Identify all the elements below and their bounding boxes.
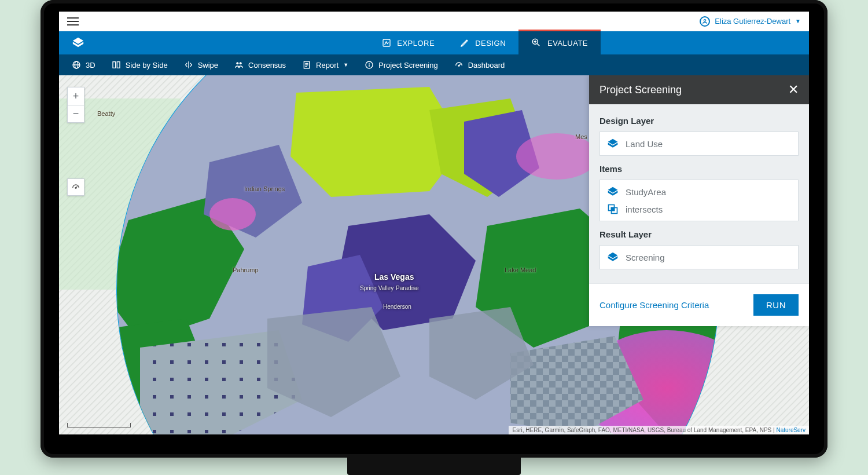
close-icon[interactable]: ✕: [788, 82, 799, 97]
gauge-icon: [71, 182, 80, 192]
tool-side-by-side[interactable]: Side by Side: [112, 60, 168, 70]
evaluate-icon: [531, 38, 542, 48]
item-intersects[interactable]: intersects: [607, 203, 791, 215]
design-layer-value: Land Use: [626, 139, 663, 149]
secondary-toolbar: 3D Side by Side Swipe Consensus Report ▼: [59, 54, 809, 75]
svg-rect-6: [117, 62, 120, 68]
menu-icon[interactable]: [67, 17, 79, 25]
svg-point-26: [516, 133, 597, 180]
tab-explore[interactable]: EXPLORE: [369, 31, 447, 54]
monitor-frame: Eliza Gutierrez-Dewart ▼ EXPLORE DESIGN: [41, 0, 827, 458]
tool-label: Swipe: [198, 61, 218, 70]
section-title-design-layer: Design Layer: [599, 116, 799, 126]
swipe-icon: [184, 60, 193, 70]
svg-rect-30: [612, 208, 615, 211]
tool-label: Dashboard: [468, 61, 505, 70]
layers-icon: [607, 251, 619, 263]
svg-point-27: [75, 187, 76, 188]
layers-icon: [607, 186, 619, 198]
attribution-link[interactable]: NatureServ: [776, 427, 806, 433]
svg-point-8: [240, 62, 242, 64]
panel-body: Design Layer Land Use Items StudyArea: [589, 104, 809, 326]
tab-label: EXPLORE: [397, 39, 435, 48]
chevron-down-icon: ▼: [795, 18, 801, 24]
monitor-stand: [347, 456, 521, 475]
tool-project-screening[interactable]: Project Screening: [365, 60, 438, 70]
svg-point-11: [458, 65, 459, 66]
report-icon: [302, 60, 311, 70]
tool-label: 3D: [86, 61, 95, 70]
tool-label: Report: [316, 61, 339, 70]
tool-swipe[interactable]: Swipe: [184, 60, 218, 70]
item-label: intersects: [626, 204, 663, 214]
tool-3d[interactable]: 3D: [72, 60, 95, 70]
tab-design[interactable]: DESIGN: [447, 31, 518, 54]
primary-tabs: EXPLORE DESIGN EVALUATE: [369, 31, 601, 54]
items-card: StudyArea intersects: [599, 180, 799, 221]
map-attribution: Esri, HERE, Garmin, SafeGraph, FAO, METI…: [509, 426, 809, 434]
tab-evaluate[interactable]: EVALUATE: [518, 30, 601, 54]
svg-point-0: [704, 19, 706, 21]
zoom-in-button[interactable]: +: [68, 87, 84, 105]
chevron-down-icon: ▼: [343, 62, 348, 68]
svg-point-7: [236, 62, 238, 64]
tool-label: Project Screening: [378, 61, 438, 70]
dashboard-icon: [454, 60, 464, 70]
result-layer-card: Screening: [599, 245, 799, 269]
design-layer-row[interactable]: Land Use: [607, 138, 791, 149]
user-avatar-icon: [700, 16, 710, 27]
primary-toolbar: EXPLORE DESIGN EVALUATE: [59, 31, 809, 54]
tool-report[interactable]: Report ▼: [302, 60, 348, 70]
svg-point-25: [209, 198, 256, 231]
consensus-icon: [234, 60, 244, 70]
map-viewport[interactable]: Beatty Indian Springs Pahrump Las Vegas …: [59, 75, 809, 434]
tab-label: EVALUATE: [547, 39, 588, 48]
svg-rect-5: [113, 62, 116, 68]
run-button[interactable]: RUN: [753, 294, 799, 316]
user-menu[interactable]: Eliza Gutierrez-Dewart ▼: [700, 16, 801, 27]
section-title-result-layer: Result Layer: [599, 229, 799, 239]
project-screening-panel: Project Screening ✕ Design Layer Land Us…: [589, 75, 809, 326]
layers-icon[interactable]: [72, 36, 84, 49]
result-layer-value: Screening: [626, 253, 665, 262]
scale-bar: [67, 423, 131, 427]
pencil-icon: [460, 38, 469, 48]
gauge-button[interactable]: [67, 178, 84, 196]
result-layer-row[interactable]: Screening: [607, 251, 791, 263]
configure-criteria-link[interactable]: Configure Screening Criteria: [599, 300, 709, 310]
intersect-icon: [607, 203, 619, 215]
split-icon: [112, 60, 121, 70]
zoom-control: + −: [67, 87, 84, 123]
globe-icon: [72, 60, 81, 70]
zoom-out-button[interactable]: −: [68, 105, 84, 122]
app-screen: Eliza Gutierrez-Dewart ▼ EXPLORE DESIGN: [59, 12, 809, 434]
layers-icon: [607, 138, 619, 149]
tool-dashboard[interactable]: Dashboard: [454, 60, 505, 70]
tool-label: Side by Side: [126, 61, 168, 70]
explore-icon: [382, 38, 391, 48]
tool-label: Consensus: [248, 61, 286, 70]
item-label: StudyArea: [626, 187, 666, 197]
info-icon: [365, 60, 374, 70]
design-layer-card: Land Use: [599, 131, 799, 156]
panel-footer: Configure Screening Criteria RUN: [589, 283, 809, 326]
user-name: Eliza Gutierrez-Dewart: [715, 17, 790, 25]
top-app-bar: Eliza Gutierrez-Dewart ▼: [59, 12, 809, 31]
section-title-items: Items: [599, 164, 799, 174]
attribution-text: Esri, HERE, Garmin, SafeGraph, FAO, METI…: [512, 427, 776, 433]
panel-title: Project Screening: [599, 84, 682, 96]
tab-label: DESIGN: [475, 39, 506, 48]
tool-consensus[interactable]: Consensus: [234, 60, 286, 70]
item-study-area[interactable]: StudyArea: [607, 186, 791, 198]
panel-header: Project Screening ✕: [589, 75, 809, 104]
